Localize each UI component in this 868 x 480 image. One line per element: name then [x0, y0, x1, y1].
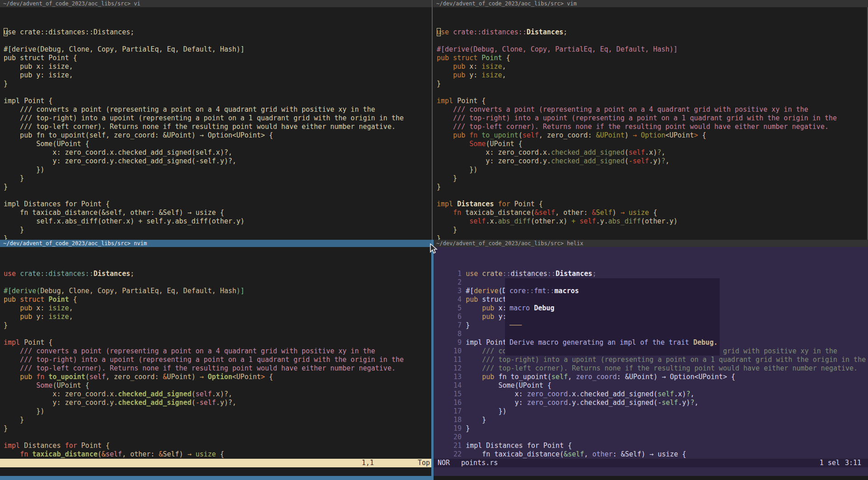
code-line	[505, 347, 720, 356]
code-line: pub fn to_upoint(self, zero_coord: &UPoi…	[437, 131, 867, 140]
helix-pane-titlebar[interactable]: ~/dev/advent_of_code_2023/aoc_libs/src> …	[433, 240, 868, 247]
nvim-scroll-pos: Top	[418, 459, 430, 467]
nvim-pane[interactable]: ~/dev/advent_of_code_2023/aoc_libs/src> …	[0, 240, 432, 480]
code-line: use crate::distances::Distances;	[4, 28, 432, 37]
code-line	[4, 88, 432, 97]
code-lines: use crate::distances::Distances;#[derive…	[4, 28, 432, 243]
nvim-ruler: 1,1	[362, 459, 374, 467]
code-line	[4, 37, 432, 45]
code-line: /// top-right) into a upoint (representi…	[437, 114, 867, 123]
code-line: y: zero_coord.y.checked_add_signed(-self…	[4, 399, 432, 407]
code-line: fn taxicab_distance(&self, other: &Self)…	[4, 450, 432, 459]
vi-pane[interactable]: ~/dev/advent_of_code_2023/aoc_libs/src> …	[0, 0, 432, 240]
code-line: impl Distances for Point {	[4, 200, 432, 209]
pane-divider-bottom-active[interactable]	[431, 240, 434, 480]
code-line: self.x.abs_diff(other.x) + self.y.abs_di…	[437, 217, 867, 226]
code-line: #[derive(Debug, Clone, Copy, PartialEq, …	[4, 45, 432, 54]
code-line: }	[437, 183, 867, 191]
code-line: 19 }	[441, 424, 868, 433]
code-line: pub struct Point {	[4, 295, 432, 304]
code-line: pub struct Point {	[437, 54, 867, 62]
nvim-code-area[interactable]: use crate::distances::Distances;#[derive…	[0, 247, 432, 464]
code-line: x: zero_coord.x.checked_add_signed(self.…	[4, 390, 432, 399]
code-line: }	[4, 424, 432, 433]
code-line: use crate::distances::Distances;	[4, 270, 432, 278]
vi-pane-titlebar[interactable]: ~/dev/advent_of_code_2023/aoc_libs/src> …	[0, 0, 432, 7]
code-line: 1 use crate::distances::Distances;	[441, 270, 868, 278]
code-line: Some(UPoint {	[4, 140, 432, 148]
code-line: y: zero_coord.y.checked_add_signed(-self…	[437, 157, 867, 166]
code-line	[505, 313, 720, 321]
code-line: pub y: isize,	[4, 313, 432, 321]
helix-cursor-pos: 3:11	[845, 459, 861, 467]
helix-statusline: NOR points.rs 1 sel 3:11	[433, 459, 868, 467]
code-line	[4, 330, 432, 338]
code-line: 21 impl Distances for Point {	[441, 442, 868, 450]
code-line: use crate::distances::Distances;	[437, 28, 867, 37]
code-lines: use crate::distances::Distances;#[derive…	[437, 28, 867, 243]
code-line: /// top-left corner). Returns none if th…	[437, 123, 867, 131]
mouse-cursor-icon	[429, 243, 438, 255]
code-line: impl Point {	[4, 97, 432, 105]
code-line: /// converts a point (representing a poi…	[4, 105, 432, 114]
code-line: })	[4, 407, 432, 416]
code-line: pub struct Point {	[4, 54, 432, 62]
terminal-multiplexer: ~/dev/advent_of_code_2023/aoc_libs/src> …	[0, 0, 868, 480]
code-line: 13 pub fn to_upoint(self, zero_coord: &U…	[441, 373, 868, 381]
code-line: pub x: isize,	[437, 62, 867, 71]
vim-pane-titlebar[interactable]: ~/dev/advent_of_code_2023/aoc_libs/src> …	[433, 0, 868, 7]
code-line: 20	[441, 433, 868, 442]
code-line	[505, 295, 720, 304]
code-line: })	[4, 166, 432, 174]
code-line	[505, 330, 720, 338]
code-line	[4, 433, 432, 442]
code-line: pub x: isize,	[4, 304, 432, 313]
code-line: }	[4, 226, 432, 234]
code-line: pub fn to_upoint(self, zero_coord: &UPoi…	[4, 373, 432, 381]
nvim-pane-titlebar[interactable]: ~/dev/advent_of_code_2023/aoc_libs/src> …	[0, 240, 432, 247]
code-line: 11 /// top-right) into a upoint (represe…	[441, 356, 868, 364]
code-line: pub x: isize,	[4, 62, 432, 71]
code-line: 22 fn taxicab_distance(&self, other: &Se…	[441, 450, 868, 459]
code-line: }	[437, 174, 867, 183]
vi-code-area[interactable]: use crate::distances::Distances;#[derive…	[0, 7, 432, 243]
code-line: 18 }	[441, 416, 868, 424]
code-line: pub fn to_upoint(self, zero_coord: &UPoi…	[4, 131, 432, 140]
vim-pane[interactable]: ~/dev/advent_of_code_2023/aoc_libs/src> …	[433, 0, 868, 240]
nvim-statusline: points.rs 1,1 Top	[0, 459, 432, 467]
code-line: impl Point {	[437, 97, 867, 105]
code-line: 16 y: zero_coord.y.checked_add_signed(-s…	[441, 399, 868, 407]
code-line: 12 /// top-left corner). Returns none if…	[441, 364, 868, 373]
code-line: x: zero_coord.x.checked_add_signed(self.…	[437, 148, 867, 157]
code-line: /// converts a point (representing a poi…	[4, 347, 432, 356]
code-line: ───	[505, 321, 720, 330]
code-line: /// top-left corner). Returns none if th…	[4, 123, 432, 131]
code-line: 14 Some(UPoint {	[441, 381, 868, 390]
code-line: impl Distances for Point {	[4, 442, 432, 450]
code-line: /// top-right) into a upoint (representi…	[4, 114, 432, 123]
code-line: Some(UPoint {	[4, 381, 432, 390]
code-line: pub y: isize,	[4, 71, 432, 80]
code-line: /// top-right) into a upoint (representi…	[4, 356, 432, 364]
nvim-cmdline	[0, 467, 432, 476]
code-line	[437, 37, 867, 45]
hover-doc-popup: core::fmt::macrosmacro Debug───Derive ma…	[505, 278, 720, 356]
code-line: fn taxicab_distance(&self, other: &Self)…	[4, 209, 432, 217]
code-line	[437, 191, 867, 200]
code-line: }	[4, 321, 432, 330]
code-line: #[derive(Debug, Clone, Copy, PartialEq, …	[4, 287, 432, 295]
code-line	[505, 278, 720, 287]
code-line: x: zero_coord.x.checked_add_signed(self.…	[4, 148, 432, 157]
helix-selection-count: 1 sel	[820, 459, 840, 467]
code-line: self.x.abs_diff(other.x) + self.y.abs_di…	[4, 217, 432, 226]
helix-bottom-gap	[433, 476, 868, 480]
vim-code-area[interactable]: use crate::distances::Distances;#[derive…	[433, 7, 868, 243]
code-line: 17 })	[441, 407, 868, 416]
code-line: pub y: isize,	[437, 71, 867, 80]
code-line: impl Point {	[4, 338, 432, 347]
pane-divider-top[interactable]	[432, 0, 433, 240]
code-line: }	[437, 226, 867, 234]
code-line: }	[437, 80, 867, 88]
helix-pane[interactable]: ~/dev/advent_of_code_2023/aoc_libs/src> …	[433, 240, 868, 480]
code-line: }	[4, 183, 432, 191]
